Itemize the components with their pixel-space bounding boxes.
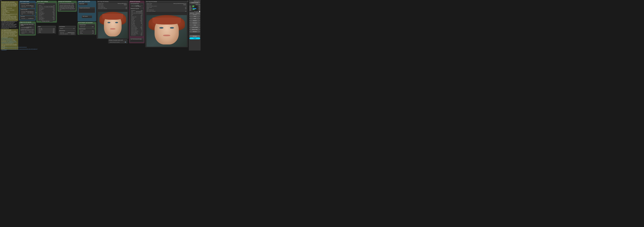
node-sampler-custom[interactable]: SamplerCustomAdvanced: [78, 7, 95, 13]
load-button[interactable]: Load: [190, 18, 200, 20]
queue-size: Queue size: 0: [190, 1, 200, 2]
stat-hdd: HDD0%: [190, 10, 200, 11]
sidebar: Queue size: 0 Queue Prompt 00:06:39 CPU4…: [189, 0, 200, 51]
stat-vram: VRAM73%: [190, 8, 200, 9]
timer: 00:06:39: [190, 4, 200, 5]
node-ksampler-select[interactable]: KSamplerSelect sampler_nameeuler: [78, 24, 95, 28]
node-clip-encode-2[interactable]: CLIP Text Encode (Prompt) -: [130, 38, 144, 42]
node-lora-stack[interactable]: CR LoRA Stack switch_1On lora_name_1flux…: [37, 3, 56, 21]
node-header: CLIP Text Encode (Prompt): [130, 38, 144, 40]
node-apply-lora[interactable]: CR Apply LoRA Stack: [41, 20, 53, 22]
node-header: Save Image With Metadata: [146, 1, 188, 2]
node-header: FluxGuidance: [59, 26, 76, 27]
status-text: Idle: [0, 0, 2, 1]
image-preview-2: [146, 15, 187, 47]
node-header: Ultimate SD Upscaler switch on/off: [108, 40, 128, 41]
group-title: Image size and upscale: [20, 22, 31, 23]
node-load-diffusion[interactable]: Load Diffusion Model unet_nameflux1-dev.…: [20, 3, 35, 8]
prompt-text[interactable]: A professional cinematic photo portrait …: [59, 5, 76, 11]
node-upscaler-switch[interactable]: Ultimate SD Upscaler switch on/off Enabl…: [108, 39, 128, 44]
note-instructions: Tenofas FLUX+LoRA's and Upscaler This wo…: [1, 1, 18, 21]
toggle-on-icon[interactable]: [124, 42, 126, 43]
node-flux-guidance[interactable]: FluxGuidance guidance3.5: [58, 26, 76, 30]
manager-button[interactable]: Manager: [190, 35, 200, 37]
save-button[interactable]: Save: [190, 15, 200, 17]
node-header: VAE Decode: [82, 16, 92, 17]
reset-view-button[interactable]: Reset View: [190, 29, 200, 31]
node-header: BasicGuider: [79, 3, 88, 5]
node-header: Load Diffusion Model: [20, 3, 35, 5]
stat-temp: Temp42°: [190, 9, 200, 10]
node-header: Empty Latent Ratio Select SDXL (Mikey): [20, 24, 35, 26]
node-header: height: [38, 26, 56, 27]
node-random-noise[interactable]: RandomNoise noise_seed1098664491321075 c…: [58, 30, 76, 35]
node-header: Ultimate SD Upscale: [130, 8, 144, 9]
node-header: Load Upscale Model: [130, 3, 144, 5]
group-title: Prompt and FluxGuidance: [58, 1, 71, 2]
load-default-button[interactable]: Load Default: [190, 26, 200, 28]
node-save-image-1[interactable]: Save Image With Metadata filename_prefix…: [97, 1, 128, 39]
node-header: Load VAE: [20, 16, 35, 17]
share-button[interactable]: Share: [190, 37, 200, 39]
node-header: CR Apply LoRA Stack: [41, 21, 53, 22]
refresh-button[interactable]: Refresh: [190, 20, 200, 22]
extra-options-check[interactable]: Extra options: [190, 11, 200, 12]
prompt-text-2[interactable]: -: [130, 40, 144, 42]
queue-front-button[interactable]: Queue Front: [190, 12, 195, 14]
group-title: FLUX Sampler and Scheduler: [78, 22, 93, 23]
node-header: RandomNoise: [59, 30, 76, 32]
node-clip-encode-positive[interactable]: CLIP Text Encode (Positive Prompt) A pro…: [58, 3, 76, 11]
view-history-button[interactable]: View History: [190, 14, 200, 15]
node-header: CR LoRA Stack: [38, 3, 56, 5]
node-header: KSamplerSelect: [79, 24, 95, 26]
link-t5-fp16[interactable]: https://huggingface.co/comfyanonymous/fl…: [2, 47, 27, 48]
queue-prompt-button[interactable]: Queue Prompt: [190, 2, 200, 4]
node-vae-decode[interactable]: VAE Decode: [82, 16, 92, 18]
group-title: Latent space dimension: [78, 1, 90, 2]
node-header: DualCLIPLoader: [20, 9, 35, 10]
node-header: Save Image With Metadata: [97, 1, 128, 2]
stat-gpu: GPU0%: [190, 7, 200, 8]
link-dev[interactable]: https://huggingface.co/black-forest-labs…: [2, 38, 14, 41]
stat-cpu: CPU41%: [190, 6, 200, 6]
group-title: FLUX LoRA's settings: [37, 1, 48, 2]
browser-button[interactable]: Browser: [190, 31, 200, 33]
node-ultimate-sd-upscale[interactable]: Ultimate SD Upscale upscale_by2.00 seed2…: [130, 8, 144, 36]
note-model-links: --The original FLUX model-- This workflo…: [1, 29, 18, 50]
node-basic-guider[interactable]: BasicGuider: [78, 3, 88, 5]
node-header: SamplerCustomAdvanced: [79, 7, 95, 9]
node-load-upscale[interactable]: Load Upscale Model model_name4x-NMKD-Sia…: [130, 3, 144, 8]
node-dualclip[interactable]: DualCLIPLoader clip_name1t5xxl_fp16.safe…: [20, 9, 35, 15]
node-upscale-latent[interactable]: Upscale Latent Canvas by scale upscale_m…: [20, 29, 35, 35]
image-preview-1: [98, 12, 128, 38]
node-basic-scheduler[interactable]: BasicScheduler schedulerbeta steps20 den…: [78, 28, 95, 35]
node-header: Upscale Latent Canvas by scale: [20, 29, 35, 31]
node-model-sampling-flux[interactable]: height max_shift1.15 base_shift0.50 widt…: [37, 26, 56, 34]
link-t5-fp8[interactable]: https://huggingface.co/comfyanonymous/fl…: [2, 49, 38, 51]
node-header: BasicScheduler: [79, 28, 95, 30]
group-title: FLUX model loader: [20, 1, 29, 2]
node-loadvae[interactable]: Load VAE vae_nameae.safetensors: [20, 16, 35, 20]
node-header: CLIP Text Encode (Positive Prompt): [59, 3, 76, 5]
view-queue-button[interactable]: View Queue: [195, 12, 200, 14]
node-save-image-2[interactable]: Save Image With Metadata filename_prefix…: [145, 1, 188, 47]
group-title: Ultimate SD Upscaler: [130, 1, 140, 2]
clipspace-button[interactable]: Clipspace: [190, 22, 200, 24]
clear-button[interactable]: Clear: [190, 24, 200, 26]
stat-ram: RAM34%: [190, 7, 200, 7]
